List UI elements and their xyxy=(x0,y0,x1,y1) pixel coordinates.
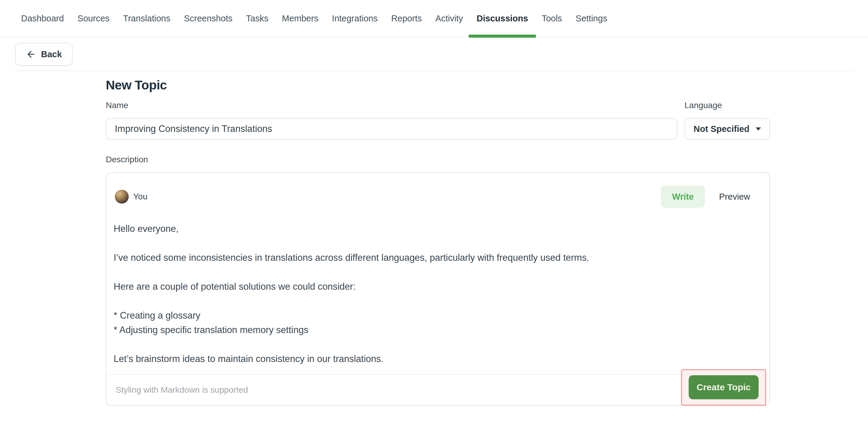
name-label: Name xyxy=(106,101,678,110)
name-field-group: Name xyxy=(106,101,678,140)
language-dropdown[interactable]: Not Specified xyxy=(684,118,770,140)
tab-reports[interactable]: Reports xyxy=(391,0,422,37)
avatar xyxy=(115,190,129,203)
description-editor-card: You Write Preview Hello everyone, I’ve n… xyxy=(106,172,770,406)
back-button-label: Back xyxy=(41,50,62,59)
tab-preview[interactable]: Preview xyxy=(719,192,750,202)
tab-activity[interactable]: Activity xyxy=(435,0,463,37)
description-textarea[interactable]: Hello everyone, I’ve noticed some incons… xyxy=(106,208,770,374)
annotation-highlight-box: Create Topic xyxy=(681,369,766,406)
tab-sources[interactable]: Sources xyxy=(78,0,110,37)
app-window: Dashboard Sources Translations Screensho… xyxy=(0,0,868,421)
description-label: Description xyxy=(106,155,868,164)
create-topic-button[interactable]: Create Topic xyxy=(689,375,758,399)
main-content: New Topic Name Language Not Specified De… xyxy=(0,78,868,406)
tab-discussions-label: Discussions xyxy=(476,13,528,24)
arrow-left-icon xyxy=(26,49,36,59)
tab-tasks[interactable]: Tasks xyxy=(246,0,268,37)
tab-integrations[interactable]: Integrations xyxy=(332,0,378,37)
topic-form-row: Name Language Not Specified xyxy=(106,101,770,140)
editor-tab-group: Write Preview xyxy=(661,186,758,208)
tab-tools[interactable]: Tools xyxy=(541,0,562,37)
chevron-down-icon xyxy=(755,127,761,131)
topic-name-input[interactable] xyxy=(106,118,678,140)
author-name: You xyxy=(133,192,147,201)
tab-dashboard[interactable]: Dashboard xyxy=(21,0,64,37)
tab-members[interactable]: Members xyxy=(282,0,318,37)
back-button[interactable]: Back xyxy=(15,43,73,66)
editor-footer: Styling with Markdown is supported Creat… xyxy=(106,375,770,406)
language-field-group: Language Not Specified xyxy=(684,101,770,140)
editor-header: You Write Preview xyxy=(106,173,770,208)
tab-translations[interactable]: Translations xyxy=(123,0,170,37)
tab-write[interactable]: Write xyxy=(661,186,705,208)
content-divider xyxy=(14,70,854,71)
markdown-hint: Styling with Markdown is supported xyxy=(116,385,248,395)
tab-discussions[interactable]: Discussions xyxy=(476,0,528,37)
top-navigation: Dashboard Sources Translations Screensho… xyxy=(0,0,868,37)
tab-screenshots[interactable]: Screenshots xyxy=(184,0,232,37)
tab-settings[interactable]: Settings xyxy=(576,0,607,37)
back-toolbar: Back xyxy=(0,37,868,70)
language-dropdown-value: Not Specified xyxy=(693,124,749,134)
page-title: New Topic xyxy=(106,78,868,93)
language-label: Language xyxy=(684,101,770,110)
